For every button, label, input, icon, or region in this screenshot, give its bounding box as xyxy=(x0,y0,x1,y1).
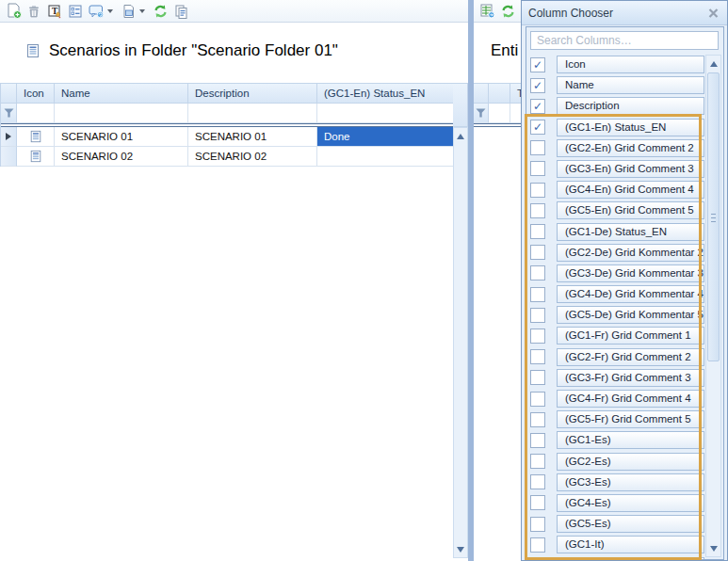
filter-cell[interactable] xyxy=(489,104,510,123)
column-checkbox[interactable] xyxy=(530,474,545,489)
column-chooser-row: (GC4-Es) xyxy=(527,494,704,512)
column-checkbox[interactable] xyxy=(530,287,545,302)
column-checkbox[interactable] xyxy=(530,140,545,155)
column-item[interactable]: (GC2-En) Grid Comment 2 xyxy=(557,139,704,157)
scroll-down-button[interactable] xyxy=(706,541,720,555)
delete-scenario-button[interactable] xyxy=(24,2,44,21)
column-checkbox[interactable] xyxy=(530,183,545,198)
column-checkbox[interactable]: ✓ xyxy=(530,57,545,72)
row-icon-cell[interactable] xyxy=(17,127,55,147)
scrollbar-thumb[interactable] xyxy=(707,72,720,361)
table-row[interactable]: SCENARIO 02 SCENARIO 02 xyxy=(1,147,453,167)
add-scenario-button[interactable] xyxy=(3,2,24,21)
column-checkbox[interactable]: ✓ xyxy=(530,78,545,93)
refresh-button[interactable] xyxy=(150,2,170,21)
search-columns-input[interactable] xyxy=(530,31,719,50)
column-checkbox[interactable] xyxy=(530,517,545,532)
filter-cell[interactable] xyxy=(55,104,188,123)
table-row[interactable]: SCENARIO 01 SCENARIO 01 Done xyxy=(1,127,453,147)
column-item[interactable]: (GC4-En) Grid Comment 4 xyxy=(557,181,704,199)
column-chooser-row: (GC2-Es) xyxy=(527,453,704,471)
name-cell[interactable]: SCENARIO 02 xyxy=(55,147,188,167)
column-checkbox[interactable] xyxy=(530,392,545,407)
description-cell[interactable]: SCENARIO 02 xyxy=(188,147,317,167)
name-cell[interactable]: SCENARIO 01 xyxy=(55,127,188,147)
column-chooser-row: (GC3-De) Grid Kommentar 3 xyxy=(527,264,704,282)
scroll-up-button[interactable] xyxy=(706,56,720,71)
column-checkbox[interactable] xyxy=(530,203,545,218)
column-item[interactable]: Icon xyxy=(557,56,704,73)
column-item[interactable]: Name xyxy=(557,76,704,94)
column-item[interactable]: (GC1-De) Status_EN xyxy=(557,223,704,241)
column-checkbox[interactable] xyxy=(530,537,545,553)
copy-page-dropdown-caret[interactable] xyxy=(139,9,145,13)
column-item[interactable]: Description xyxy=(557,97,704,115)
filter-cell[interactable] xyxy=(317,104,454,123)
column-checkbox[interactable] xyxy=(530,245,545,260)
duplicate-button[interactable] xyxy=(170,2,191,21)
column-item[interactable]: (GC4-Fr) Grid Comment 4 xyxy=(557,390,704,408)
column-list-scrollbar[interactable] xyxy=(705,55,721,557)
status-cell[interactable]: Done xyxy=(317,127,454,147)
column-item[interactable]: (GC3-Fr) Grid Comment 3 xyxy=(557,369,704,387)
column-header-name[interactable]: Name xyxy=(55,83,188,104)
column-checkbox[interactable] xyxy=(530,412,545,427)
column-header-status[interactable]: (GC1-En) Status_EN xyxy=(317,83,454,104)
filter-cell[interactable] xyxy=(17,104,55,123)
column-checkbox[interactable] xyxy=(530,370,545,385)
scroll-up-button[interactable] xyxy=(454,129,467,143)
column-header-description[interactable]: Description xyxy=(188,83,317,104)
column-item[interactable]: (GC4-De) Grid Kommentar 4 xyxy=(557,285,704,303)
column-chooser-title: Column Chooser xyxy=(528,7,613,20)
column-checkbox[interactable]: ✓ xyxy=(530,120,545,135)
column-header-icon[interactable]: Icon xyxy=(17,83,55,104)
column-checkbox[interactable] xyxy=(530,308,545,323)
column-item[interactable]: (GC3-De) Grid Kommentar 3 xyxy=(557,264,704,282)
column-item[interactable]: (GC1-It) xyxy=(557,536,704,553)
comments-button[interactable] xyxy=(86,2,106,21)
status-cell[interactable] xyxy=(317,147,454,167)
column-item[interactable]: (GC5-Es) xyxy=(557,515,704,533)
column-item[interactable]: (GC1-Fr) Grid Comment 1 xyxy=(557,327,704,345)
column-checkbox[interactable] xyxy=(530,224,545,239)
refresh-entities-button[interactable] xyxy=(497,2,518,21)
column-item[interactable]: (GC5-En) Grid Comment 5 xyxy=(557,201,704,219)
scrollbar-track[interactable] xyxy=(453,127,468,558)
column-checkbox[interactable] xyxy=(530,433,545,448)
refresh-icon xyxy=(153,4,169,19)
column-item[interactable]: (GC2-Es) xyxy=(557,453,704,471)
column-checkbox[interactable] xyxy=(530,329,545,344)
column-item[interactable]: (GC4-Es) xyxy=(557,494,704,512)
copy-page-button[interactable] xyxy=(118,2,138,21)
column-item[interactable]: (GC2-De) Grid Kommentar 2 xyxy=(557,244,704,262)
column-checkbox[interactable] xyxy=(530,454,545,469)
column-chooser-titlebar[interactable]: Column Chooser xyxy=(522,1,727,25)
column-checkbox[interactable]: ✓ xyxy=(530,99,545,114)
column-checkbox[interactable] xyxy=(530,265,545,280)
comments-dropdown-caret[interactable] xyxy=(107,9,113,13)
properties-button[interactable] xyxy=(65,2,86,21)
entities-column-header[interactable] xyxy=(489,83,510,104)
rename-button[interactable]: T xyxy=(44,2,65,21)
column-item[interactable]: (GC1-Es) xyxy=(557,431,704,449)
column-checkbox[interactable] xyxy=(530,349,545,364)
column-item[interactable] xyxy=(557,557,704,560)
row-icon-cell[interactable] xyxy=(17,147,55,167)
column-checkbox[interactable] xyxy=(530,161,545,176)
column-item[interactable]: (GC2-Fr) Grid Comment 2 xyxy=(557,348,704,366)
scroll-down-button[interactable] xyxy=(454,542,467,556)
scenarios-scrollbar[interactable] xyxy=(453,83,468,558)
export-excel-button[interactable] xyxy=(477,2,497,21)
column-item[interactable]: (GC3-Es) xyxy=(557,473,704,491)
close-button[interactable] xyxy=(705,7,720,20)
column-chooser-row: ✓ Name xyxy=(527,76,704,94)
column-item[interactable]: (GC1-En) Status_EN xyxy=(557,119,704,136)
column-checkbox[interactable] xyxy=(530,558,545,559)
column-item[interactable]: (GC3-En) Grid Comment 3 xyxy=(557,160,704,178)
scrollbar-grip xyxy=(711,214,716,222)
column-item[interactable]: (GC5-De) Grid Kommentar 5 xyxy=(557,306,704,324)
column-item[interactable]: (GC5-Fr) Grid Comment 5 xyxy=(557,410,704,428)
description-cell[interactable]: SCENARIO 01 xyxy=(188,127,317,147)
column-checkbox[interactable] xyxy=(530,495,545,510)
filter-cell[interactable] xyxy=(188,104,317,123)
